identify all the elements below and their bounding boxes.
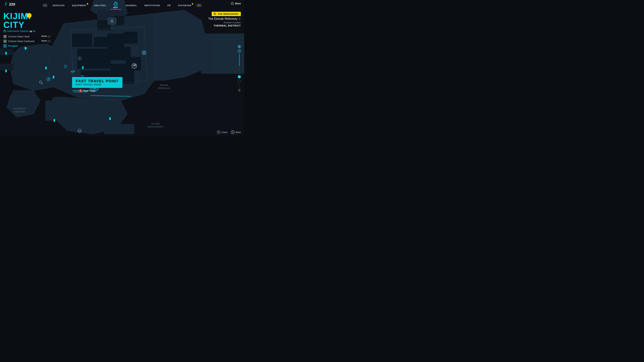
- svg-point-38: [111, 20, 113, 22]
- svg-rect-17: [107, 33, 124, 50]
- nav-item-reputation[interactable]: REPUTATION: [142, 3, 163, 8]
- zoom-divider: [239, 84, 240, 87]
- back-btn[interactable]: B: [231, 130, 234, 134]
- back-control: B Back: [231, 130, 241, 134]
- location-pin-icon: [238, 18, 241, 20]
- svg-rect-36: [54, 119, 55, 122]
- svg-point-47: [232, 3, 233, 4]
- zoom-target-icon: [238, 49, 241, 52]
- enemy-marker[interactable]: [142, 50, 146, 56]
- svg-line-25: [90, 95, 131, 96]
- store-label: Store: [235, 2, 241, 5]
- clothing-marker[interactable]: [77, 128, 82, 134]
- fast-travel-action-label: Fast Travel: [84, 89, 95, 92]
- svg-rect-13: [97, 20, 111, 30]
- zoom-dot-active[interactable]: [238, 75, 241, 78]
- search-marker[interactable]: [39, 80, 43, 85]
- roosters-location: Rooster's location: [190, 21, 241, 24]
- rb-button[interactable]: RB: [196, 4, 202, 7]
- map-nav-icon: [113, 2, 118, 6]
- ridge-terrace-label: RIDGETERRACE: [158, 84, 170, 90]
- svg-rect-18: [124, 32, 138, 43]
- svg-rect-34: [82, 66, 84, 69]
- kijimi-spaceport-label: KIJIMISPACEPORT: [148, 122, 164, 128]
- svg-rect-9: [94, 104, 100, 131]
- treasure-icon-small: [30, 30, 32, 32]
- svg-marker-45: [115, 2, 116, 3]
- zoom-dot-inactive[interactable]: [238, 80, 241, 83]
- svg-point-70: [239, 18, 240, 19]
- nav-item-map[interactable]: MAP: [110, 1, 121, 9]
- svg-rect-30: [5, 52, 7, 55]
- search-icon: [214, 12, 216, 15]
- nav-item-journal[interactable]: JOURNAL: [122, 3, 140, 8]
- location-item-vault: Crimson Dawn Vault: [3, 35, 50, 38]
- svg-rect-10: [104, 124, 134, 134]
- energy-value: 220: [9, 2, 15, 6]
- undiscovered-icon: [3, 30, 6, 32]
- nav-item-databank[interactable]: DATABANK: [175, 3, 194, 8]
- svg-marker-4: [50, 97, 128, 134]
- databank-badge: [192, 3, 193, 4]
- kijimiko-square-label: KIJIMIKOSQUARE: [14, 107, 26, 113]
- energy-marker[interactable]: [46, 77, 50, 82]
- handshake-marker-2[interactable]: [70, 70, 75, 74]
- svg-rect-11: [97, 10, 124, 23]
- svg-rect-37: [108, 18, 116, 24]
- svg-point-39: [112, 21, 112, 22]
- zoom-location-dot[interactable]: [238, 89, 241, 92]
- zoom-label: Zoom: [222, 131, 228, 134]
- svg-rect-16: [94, 37, 107, 47]
- svg-marker-1: [10, 43, 54, 90]
- city-title: KIJIMI CITY: [3, 12, 50, 29]
- svg-rect-5: [0, 49, 14, 55]
- svg-rect-20: [111, 47, 131, 60]
- handshake-marker-1[interactable]: [24, 46, 28, 51]
- svg-line-92: [219, 133, 220, 133]
- nav-items: LB VEHICLES EQUIPMENT ABILITIES MAP: [42, 1, 202, 9]
- energy-display: 220: [3, 2, 15, 7]
- undiscovered-count: 13: [33, 30, 35, 32]
- svg-point-81: [132, 63, 137, 68]
- vault-badge: [42, 35, 50, 37]
- vault-icon: [3, 35, 7, 38]
- back-label: Back: [236, 131, 241, 134]
- nav-item-equipment[interactable]: EQUIPMENT: [69, 3, 90, 8]
- svg-line-72: [42, 83, 43, 84]
- bottom-controls: Zoom B Back: [217, 130, 241, 134]
- svg-rect-15: [72, 33, 92, 47]
- player-marker: [27, 13, 32, 18]
- top-navigation: 220 LB VEHICLES EQUIPMENT ABILITIES: [0, 0, 244, 11]
- nav-item-abilities[interactable]: ABILITIES: [91, 3, 109, 8]
- right-panel: THE MERCENARY The Domak Refectory Rooste…: [190, 12, 241, 27]
- svg-line-69: [215, 14, 216, 15]
- fast-travel-tooltip: FAST TRAVEL POINT FAST TRAVEL POINT X Fa…: [72, 77, 122, 92]
- svg-rect-19: [77, 49, 111, 69]
- svg-rect-78: [144, 52, 145, 53]
- lb-button[interactable]: LB: [43, 4, 47, 7]
- fast-travel-action: X Fast Travel: [79, 89, 95, 92]
- svg-marker-41: [5, 2, 7, 6]
- objective-marker[interactable]: [132, 63, 137, 69]
- store-icon: [231, 2, 234, 5]
- svg-point-91: [218, 132, 219, 133]
- store-button[interactable]: Store: [231, 2, 241, 5]
- armor-marker[interactable]: [64, 65, 68, 69]
- nav-item-vehicles[interactable]: VEHICLES: [49, 3, 68, 8]
- nav-item-pr[interactable]: PR: [164, 3, 174, 8]
- svg-point-68: [214, 13, 215, 14]
- fast-travel-btn[interactable]: X: [79, 89, 82, 92]
- equipment-badge: [87, 3, 88, 4]
- svg-rect-59: [48, 36, 50, 37]
- district-name: THERMAL DISTRICT: [190, 24, 241, 27]
- svg-rect-31: [5, 69, 7, 72]
- mercenary-badge: THE MERCENARY: [212, 12, 241, 16]
- location-item-cardroom: Crimson Dawn Cardroom: [3, 39, 50, 43]
- navigator-icon: [3, 44, 7, 48]
- svg-rect-6: [0, 64, 14, 70]
- zoom-controls: [238, 45, 241, 92]
- player-position-marker: [78, 56, 82, 61]
- locations-list: Crimson Dawn Vault Crimson Dawn Cardroom: [3, 35, 50, 48]
- fast-travel-title: FAST TRAVEL POINT: [76, 79, 119, 83]
- zoom-btn-icon[interactable]: [217, 130, 220, 134]
